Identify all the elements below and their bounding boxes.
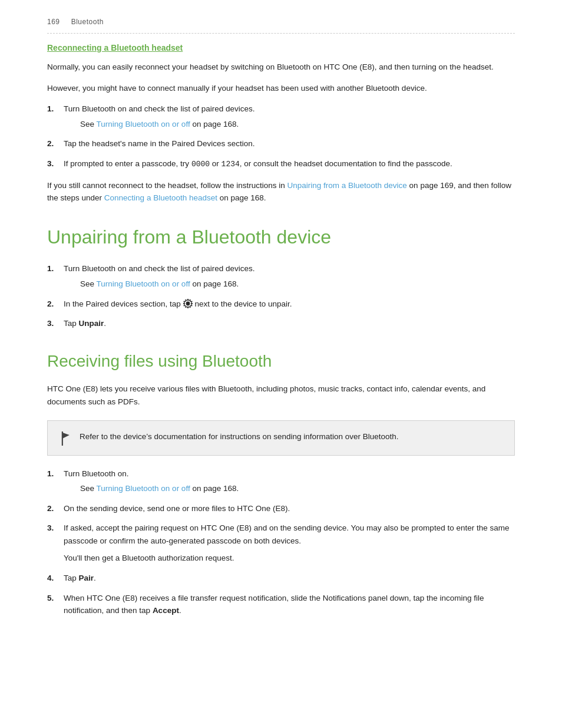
code-0000: 0000 [191,160,210,169]
list-item: 2. Tap the headset's name in the Paired … [47,137,515,150]
step-text: In the Paired devices section, tap next … [64,299,292,308]
unpair-bold: Unpair [79,319,104,328]
step-number: 1. [47,262,64,290]
step-number: 3. [47,157,64,171]
unpairing-section: Unpairing from a Bluetooth device 1. Tur… [47,226,515,330]
receiving-title: Receiving files using Bluetooth [47,351,515,371]
turning-bluetooth-link2[interactable]: Turning Bluetooth on or off [97,279,190,288]
step-sub-note: See Turning Bluetooth on or off on page … [64,482,515,495]
pair-bold: Pair [79,574,94,582]
reconnecting-footer: If you still cannot reconnect to the hea… [47,179,515,205]
note-box: Refer to the device’s documentation for … [47,420,515,456]
step-number: 1. [47,467,64,495]
step-text: Tap Unpair. [64,319,106,328]
step-text: If asked, accept the pairing request on … [64,523,509,545]
step-text: When HTC One (E8) receives a file transf… [64,594,484,615]
page-number: 169 [47,18,60,26]
top-divider [47,33,515,34]
list-item: 3. Tap Unpair. [47,317,515,330]
page-header: 169 Bluetooth [47,18,515,26]
turning-bluetooth-link[interactable]: Turning Bluetooth on or off [97,120,190,129]
step-text: If prompted to enter a passcode, try 000… [64,159,452,168]
list-item: 2. In the Paired devices section, tap ne… [47,298,515,311]
step-number: 1. [47,103,64,130]
reconnecting-title: Reconnecting a Bluetooth headset [47,43,515,52]
step-text: Tap Pair. [64,574,96,582]
step-number: 3. [47,522,64,565]
step-number: 2. [47,298,64,311]
step-number: 4. [47,572,64,585]
list-item: 1. Turn Bluetooth on and check the list … [47,103,515,130]
list-item: 1. Turn Bluetooth on and check the list … [47,262,515,290]
step-number: 2. [47,137,64,150]
reconnecting-para1: Normally, you can easily reconnect your … [47,61,515,74]
list-item: 1. Turn Bluetooth on. See Turning Blueto… [47,467,515,495]
connecting-headset-link[interactable]: Connecting a Bluetooth headset [104,193,217,202]
step-sub-note: See Turning Bluetooth on or off on page … [64,278,515,291]
list-item: 4. Tap Pair. [47,572,515,585]
receiving-para1: HTC One (E8) lets you receive various fi… [47,383,515,408]
step-number: 5. [47,592,64,617]
receiving-steps: 1. Turn Bluetooth on. See Turning Blueto… [47,467,515,617]
chapter-title: Bluetooth [71,18,104,26]
accept-bold: Accept [153,606,179,615]
step-text: Turn Bluetooth on. [64,469,129,478]
reconnecting-steps: 1. Turn Bluetooth on and check the list … [47,103,515,171]
code-1234: 1234 [222,160,240,169]
list-item: 2. On the sending device, send one or mo… [47,502,515,515]
note-text: Refer to the device’s documentation for … [80,430,399,443]
gear-icon [183,299,193,308]
unpairing-link[interactable]: Unpairing from a Bluetooth device [287,181,406,190]
step-sub-note2: You'll then get a Bluetooth authorizatio… [64,552,515,565]
step-text: Tap the headset's name in the Paired Dev… [64,139,255,148]
reconnecting-para2: However, you might have to connect manua… [47,82,515,95]
list-item: 3. If asked, accept the pairing request … [47,522,515,565]
flag-icon [59,431,71,446]
step-number: 3. [47,317,64,330]
reconnecting-section: Reconnecting a Bluetooth headset Normall… [47,43,515,205]
list-item: 5. When HTC One (E8) receives a file tra… [47,592,515,617]
list-item: 3. If prompted to enter a passcode, try … [47,157,515,171]
turning-bluetooth-link3[interactable]: Turning Bluetooth on or off [97,484,190,493]
step-sub-note: See Turning Bluetooth on or off on page … [64,118,515,131]
step-number: 2. [47,502,64,515]
svg-marker-3 [62,432,70,438]
unpairing-title: Unpairing from a Bluetooth device [47,226,515,248]
step-text: Turn Bluetooth on and check the list of … [64,104,254,113]
receiving-section: Receiving files using Bluetooth HTC One … [47,351,515,617]
unpairing-steps: 1. Turn Bluetooth on and check the list … [47,262,515,330]
step-text: On the sending device, send one or more … [64,504,290,513]
step-text: Turn Bluetooth on and check the list of … [64,264,254,273]
